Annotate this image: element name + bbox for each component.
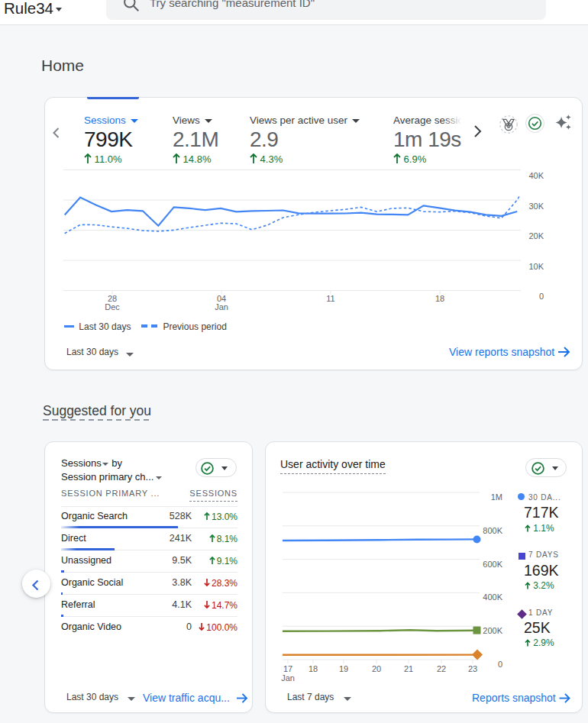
svg-text:Jan: Jan — [215, 302, 228, 311]
svg-text:18: 18 — [435, 294, 444, 303]
svg-text:21: 21 — [404, 664, 413, 673]
svg-text:400K: 400K — [483, 592, 502, 602]
svg-text:20K: 20K — [528, 231, 544, 240]
svg-text:30K: 30K — [528, 202, 544, 211]
svg-text:19: 19 — [339, 664, 348, 673]
svg-text:200K: 200K — [483, 626, 502, 635]
svg-text:0: 0 — [498, 660, 502, 669]
svg-text:17: 17 — [283, 664, 292, 673]
svg-text:18: 18 — [309, 664, 318, 673]
svg-text:Dec: Dec — [105, 302, 120, 311]
svg-text:20: 20 — [372, 664, 381, 673]
svg-text:0: 0 — [539, 292, 544, 301]
svg-text:600K: 600K — [483, 560, 502, 569]
svg-text:23: 23 — [468, 664, 477, 673]
svg-text:22: 22 — [437, 664, 446, 673]
svg-text:11: 11 — [326, 294, 334, 303]
svg-text:10K: 10K — [528, 262, 544, 271]
svg-text:800K: 800K — [483, 526, 502, 535]
svg-text:1M: 1M — [491, 492, 502, 502]
svg-text:Jan: Jan — [281, 673, 295, 683]
svg-text:40K: 40K — [528, 171, 544, 180]
